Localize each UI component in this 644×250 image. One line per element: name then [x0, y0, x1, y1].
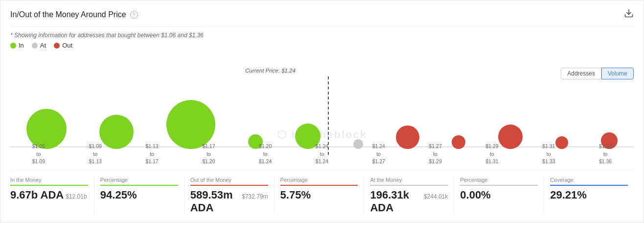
legend-label-in: In: [19, 42, 24, 49]
stat-sub-out_the_money: $732.79m: [242, 193, 268, 200]
header: In/Out of the Money Around Price ?: [10, 8, 634, 27]
price-label-9: $1.31to$1.33: [534, 143, 563, 166]
legend-label-out: Out: [62, 42, 72, 49]
stat-value-row-in_the_money: 9.67b ADA$12.01b: [10, 189, 88, 201]
header-left: In/Out of the Money Around Price ?: [10, 10, 138, 19]
help-icon[interactable]: ?: [130, 11, 138, 19]
legend-dot-in: [10, 43, 16, 49]
legend: In At Out: [10, 42, 634, 53]
stat-label-coverage: Coverage: [550, 177, 628, 183]
stat-label-in_percentage: Percentage: [100, 177, 178, 183]
price-label-4: $1.20to$1.24: [251, 143, 280, 166]
legend-label-at: At: [40, 42, 46, 49]
main-container: In/Out of the Money Around Price ? * Sho…: [0, 0, 644, 223]
legend-dot-at: [32, 43, 38, 49]
price-label-3: $1.17to$1.20: [194, 143, 223, 166]
stat-col-out_percentage: Percentage5.75%: [275, 177, 365, 214]
stat-sub-in_the_money: $12.01b: [66, 193, 87, 200]
price-labels-row: $1.06to$1.09$1.09to$1.13$1.13to$1.17$1.1…: [10, 143, 634, 166]
stat-value-at_percentage: 0.00%: [460, 189, 490, 201]
stat-value-row-at_percentage: 0.00%: [460, 189, 538, 201]
stat-col-in_the_money: In the Money9.67b ADA$12.01b: [10, 177, 94, 214]
price-label-2: $1.13to$1.17: [138, 143, 167, 166]
stat-value-row-in_percentage: 94.25%: [100, 189, 178, 201]
legend-in: In: [10, 42, 24, 49]
stat-underline-out_the_money: [190, 185, 268, 186]
price-label-7: $1.27to$1.29: [421, 143, 450, 166]
bubbles-section: Current Price: $1.24 ⬡ intotheblock $1.0…: [10, 68, 634, 166]
stat-underline-at_the_money: [370, 185, 448, 186]
subtitle: * Showing information for addresses that…: [10, 27, 634, 42]
stat-col-out_the_money: Out of the Money589.53m ADA$732.79m: [184, 177, 275, 214]
price-label-1: $1.09to$1.13: [81, 143, 110, 166]
stat-value-in_percentage: 94.25%: [100, 189, 137, 201]
stat-col-coverage: Coverage29.21%: [544, 177, 634, 214]
price-label-6: $1.24to$1.27: [364, 143, 393, 166]
current-price-label: Current Price: $1.24: [245, 68, 296, 74]
stat-underline-at_percentage: [460, 185, 538, 186]
legend-out: Out: [54, 42, 72, 49]
stat-value-row-coverage: 29.21%: [550, 189, 628, 201]
stat-label-out_percentage: Percentage: [280, 177, 358, 183]
stat-label-at_the_money: At the Money: [370, 177, 448, 183]
stat-col-at_the_money: At the Money196.31k ADA$244.01k: [364, 177, 454, 214]
stat-sub-at_the_money: $244.01k: [424, 193, 448, 200]
price-label-8: $1.29to$1.31: [477, 143, 506, 166]
stat-value-in_the_money: 9.67b ADA: [10, 189, 64, 201]
stat-col-at_percentage: Percentage0.00%: [454, 177, 544, 214]
stat-value-out_the_money: 589.53m ADA: [190, 189, 240, 214]
stat-value-at_the_money: 196.31k ADA: [370, 189, 421, 214]
price-label-10: $1.33to$1.36: [591, 143, 620, 166]
stat-col-in_percentage: Percentage94.25%: [94, 177, 184, 214]
stat-underline-in_percentage: [100, 185, 178, 186]
stat-value-coverage: 29.21%: [550, 189, 587, 201]
stat-label-at_percentage: Percentage: [460, 177, 538, 183]
chart-area: Addresses Volume Current Price: $1.24 ⬡ …: [10, 68, 634, 166]
stat-value-row-out_the_money: 589.53m ADA$732.79m: [190, 189, 268, 214]
stat-label-out_the_money: Out of the Money: [190, 177, 268, 183]
stat-value-out_percentage: 5.75%: [280, 189, 311, 201]
page-title: In/Out of the Money Around Price: [10, 10, 126, 19]
legend-dot-out: [54, 43, 60, 49]
stat-underline-in_the_money: [10, 185, 88, 186]
stats-row: In the Money9.67b ADA$12.01bPercentage94…: [10, 170, 634, 214]
price-label-5: $1.24to$1.24: [307, 143, 337, 166]
price-label-0: $1.06to$1.09: [24, 143, 53, 166]
bubble-2: [166, 100, 215, 149]
stat-underline-coverage: [550, 185, 628, 186]
stat-value-row-at_the_money: 196.31k ADA$244.01k: [370, 189, 448, 214]
stat-value-row-out_percentage: 5.75%: [280, 189, 358, 201]
stat-underline-out_percentage: [280, 185, 358, 186]
download-icon[interactable]: [624, 8, 634, 21]
legend-at: At: [32, 42, 46, 49]
stat-label-in_the_money: In the Money: [10, 177, 88, 183]
